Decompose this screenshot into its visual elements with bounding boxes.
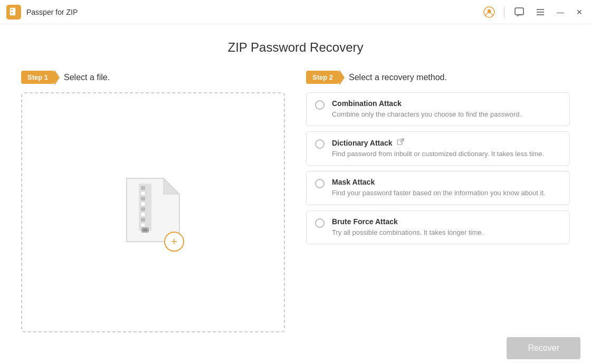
window-controls: — ✕ [483, 6, 585, 18]
titlebar-separator [504, 7, 504, 17]
svg-rect-20 [143, 229, 147, 231]
method-bruteforce[interactable]: Brute Force Attack Try all possible comb… [306, 210, 570, 244]
app-title: Passper for ZIP [26, 8, 483, 16]
main-content: ZIP Password Recovery Step 1 Select a fi… [0, 24, 591, 332]
minimize-button[interactable]: — [555, 7, 566, 17]
svg-rect-18 [141, 223, 145, 227]
svg-rect-2 [11, 11, 13, 12]
step1-header: Step 1 Select a file. [21, 71, 285, 84]
svg-rect-15 [141, 207, 145, 211]
step2-header: Step 2 Select a recovery method. [306, 71, 570, 84]
method-dictionary-title: Dictionary Attack [332, 138, 561, 147]
svg-rect-21 [397, 140, 402, 145]
step1-badge: Step 1 [21, 71, 54, 84]
method-dictionary[interactable]: Dictionary Attack Find password from inb… [306, 131, 570, 166]
method-combination[interactable]: Combination Attack Combine only the char… [306, 92, 570, 126]
svg-rect-6 [515, 8, 523, 15]
svg-rect-13 [141, 197, 145, 200]
radio-dictionary[interactable] [315, 139, 325, 149]
method-bruteforce-desc: Try all possible combinations. It takes … [332, 228, 561, 237]
svg-rect-14 [141, 202, 145, 206]
method-list: Combination Attack Combine only the char… [306, 92, 570, 332]
svg-rect-16 [141, 213, 145, 216]
method-mask-title: Mask Attack [332, 178, 561, 186]
bottom-bar: Recover [0, 332, 591, 364]
method-combination-title: Combination Attack [332, 99, 561, 108]
user-icon-button[interactable] [483, 6, 495, 18]
file-dropzone[interactable]: + [21, 92, 285, 332]
radio-mask[interactable] [315, 179, 325, 188]
svg-rect-12 [141, 191, 145, 195]
svg-rect-1 [11, 9, 13, 10]
method-dictionary-info: Dictionary Attack Find password from inb… [332, 138, 561, 159]
recover-button[interactable]: Recover [507, 337, 580, 359]
add-file-icon[interactable]: + [164, 232, 184, 252]
svg-rect-11 [141, 186, 145, 190]
svg-rect-17 [141, 218, 145, 222]
external-link-icon [397, 138, 404, 147]
svg-rect-0 [10, 8, 15, 15]
method-bruteforce-info: Brute Force Attack Try all possible comb… [332, 217, 561, 237]
page-title: ZIP Password Recovery [21, 40, 570, 55]
radio-bruteforce[interactable] [315, 218, 325, 228]
step2-label: Select a recovery method. [349, 73, 447, 82]
step2-panel: Step 2 Select a recovery method. Combina… [306, 71, 570, 332]
step1-panel: Step 1 Select a file. [21, 71, 285, 332]
svg-rect-3 [11, 12, 13, 13]
close-button[interactable]: ✕ [574, 7, 585, 17]
titlebar: Passper for ZIP — [0, 0, 591, 24]
method-mask-desc: Find your password faster based on the i… [332, 188, 561, 198]
method-dictionary-desc: Find password from inbuilt or customized… [332, 149, 561, 159]
steps-container: Step 1 Select a file. [21, 71, 570, 332]
menu-icon-button[interactable] [534, 6, 547, 18]
method-combination-info: Combination Attack Combine only the char… [332, 99, 561, 119]
method-mask[interactable]: Mask Attack Find your password faster ba… [306, 171, 570, 205]
app-icon [6, 5, 21, 20]
method-bruteforce-title: Brute Force Attack [332, 217, 561, 226]
zip-icon-container: + [124, 176, 182, 250]
chat-icon-button[interactable] [513, 6, 526, 18]
radio-combination[interactable] [315, 100, 325, 110]
method-combination-desc: Combine only the characters you choose t… [332, 110, 561, 119]
method-mask-info: Mask Attack Find your password faster ba… [332, 178, 561, 198]
step2-badge: Step 2 [306, 71, 339, 84]
step1-label: Select a file. [64, 73, 110, 82]
